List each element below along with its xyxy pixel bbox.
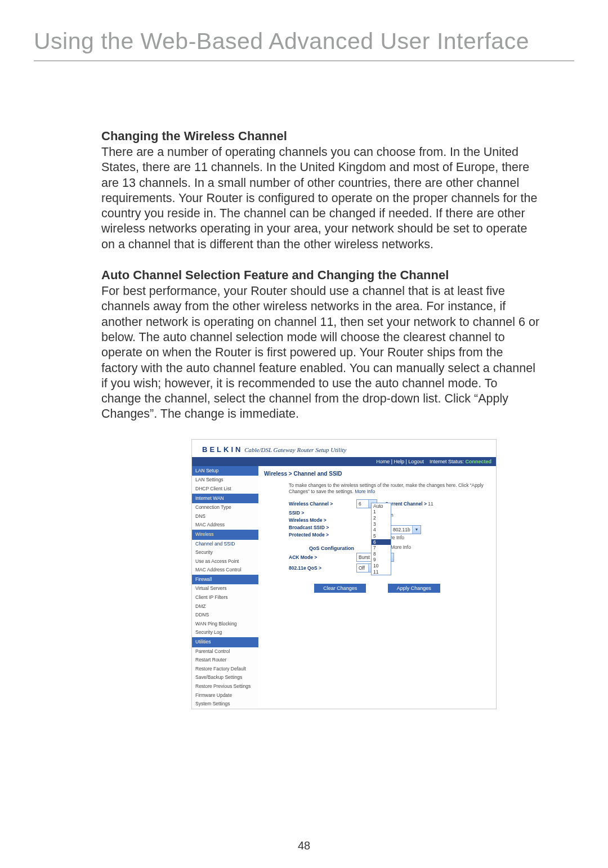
- sidebar-heading: Utilities: [192, 637, 258, 647]
- sidebar-item[interactable]: Restart Router: [192, 656, 258, 665]
- wireless-mode-select[interactable]: 802.11b ▾: [391, 525, 421, 534]
- content-panel: Wireless > Channel and SSID To make chan…: [258, 466, 496, 709]
- sidebar-item[interactable]: MAC Address Control: [192, 566, 258, 575]
- wireless-channel-label: Wireless Channel >: [289, 501, 356, 507]
- dropdown-option[interactable]: 11: [372, 569, 391, 575]
- sidebar-item[interactable]: Use as Access Point: [192, 557, 258, 566]
- sidebar-heading: Internet WAN: [192, 494, 258, 504]
- sidebar-item[interactable]: DMZ: [192, 602, 258, 611]
- sidebar-item[interactable]: Restore Previous Settings: [192, 682, 258, 691]
- topbar-status-label: Internet Status:: [430, 459, 464, 464]
- section-1-body: There are a number of operating channels…: [101, 145, 540, 252]
- router-header: BELKIN Cable/DSL Gateway Router Setup Ut…: [192, 440, 496, 457]
- sidebar-heading: Wireless: [192, 530, 258, 540]
- dropdown-option[interactable]: 6: [372, 539, 391, 545]
- dropdown-option[interactable]: 5: [372, 533, 391, 539]
- sidebar-item[interactable]: Firmware Update: [192, 691, 258, 700]
- wireless-mode-label: Wireless Mode >: [289, 517, 356, 523]
- broadcast-more-info[interactable]: re Info: [391, 535, 404, 540]
- topbar-links[interactable]: Home | Help | Logout: [376, 459, 424, 464]
- sidebar-item[interactable]: WAN Ping Blocking: [192, 620, 258, 629]
- sidebar-item[interactable]: Channel and SSID: [192, 540, 258, 549]
- broadcast-ssid-label: Broadcast SSID >: [289, 525, 356, 530]
- sidebar-heading: LAN Setup: [192, 466, 258, 476]
- sidebar-item[interactable]: DHCP Client List: [192, 485, 258, 494]
- dropdown-option[interactable]: 8: [372, 551, 391, 557]
- page-number: 48: [0, 839, 608, 852]
- section-2-heading: Auto Channel Selection Feature and Chang…: [101, 268, 540, 283]
- dropdown-option[interactable]: 3: [372, 521, 391, 527]
- sidebar-item[interactable]: DDNS: [192, 611, 258, 620]
- breadcrumb: Wireless > Channel and SSID: [264, 471, 490, 477]
- protected-mode-label: Protected Mode >: [289, 532, 356, 538]
- sidebar: LAN SetupLAN SettingsDHCP Client ListInt…: [192, 466, 258, 709]
- dropdown-option[interactable]: 9: [372, 557, 391, 563]
- sidebar-item[interactable]: Client IP Filters: [192, 593, 258, 602]
- current-channel-value: 11: [428, 501, 433, 507]
- chevron-down-icon: ▾: [412, 526, 421, 534]
- brand-logo: BELKIN: [202, 445, 243, 454]
- page-title: Using the Web-Based Advanced User Interf…: [34, 28, 574, 61]
- dropdown-option[interactable]: 2: [372, 515, 391, 521]
- sidebar-item[interactable]: Connection Type: [192, 503, 258, 512]
- section-1-heading: Changing the Wireless Channel: [101, 129, 540, 144]
- router-subtitle: Cable/DSL Gateway Router Setup Utility: [244, 446, 346, 453]
- more-info-link[interactable]: More Info: [355, 489, 375, 494]
- sidebar-item[interactable]: Restore Factory Default: [192, 665, 258, 674]
- channel-dropdown[interactable]: Auto1234567891011: [371, 503, 391, 576]
- dropdown-option[interactable]: 4: [372, 527, 391, 533]
- sidebar-item[interactable]: DNS: [192, 512, 258, 521]
- sidebar-item[interactable]: Save/Backup Settings: [192, 673, 258, 682]
- dropdown-option[interactable]: 10: [372, 563, 391, 569]
- protected-more-info[interactable]: More Info: [391, 544, 411, 550]
- apply-changes-button[interactable]: Apply Changes: [388, 584, 440, 593]
- router-topbar: Home | Help | Logout Internet Status: Co…: [192, 457, 496, 466]
- sidebar-item[interactable]: Security Log: [192, 628, 258, 637]
- ack-mode-label: ACK Mode >: [289, 554, 356, 560]
- qos-label: 802.11e QoS >: [289, 565, 356, 571]
- section-2-body: For best performance, your Router should…: [101, 284, 540, 422]
- topbar-status-value: Connected: [465, 459, 491, 464]
- dropdown-option[interactable]: Auto: [372, 503, 391, 509]
- dropdown-option[interactable]: 7: [372, 545, 391, 551]
- sidebar-item[interactable]: Virtual Servers: [192, 584, 258, 593]
- wireless-mode-peek: 802.11b ▾: [391, 525, 421, 534]
- current-channel-label: Current Channel >: [385, 501, 427, 507]
- sidebar-heading: Firewall: [192, 575, 258, 585]
- sidebar-item[interactable]: Security: [192, 548, 258, 557]
- intro-text: To make changes to the wireless settings…: [289, 482, 490, 495]
- sidebar-item[interactable]: LAN Settings: [192, 476, 258, 485]
- sidebar-item[interactable]: Parental Control: [192, 647, 258, 656]
- dropdown-option[interactable]: 1: [372, 509, 391, 515]
- clear-changes-button[interactable]: Clear Changes: [314, 584, 366, 593]
- ssid-label: SSID >: [289, 510, 356, 516]
- router-ui-screenshot: BELKIN Cable/DSL Gateway Router Setup Ut…: [191, 439, 497, 709]
- sidebar-item[interactable]: MAC Address: [192, 521, 258, 530]
- sidebar-item[interactable]: System Settings: [192, 700, 258, 709]
